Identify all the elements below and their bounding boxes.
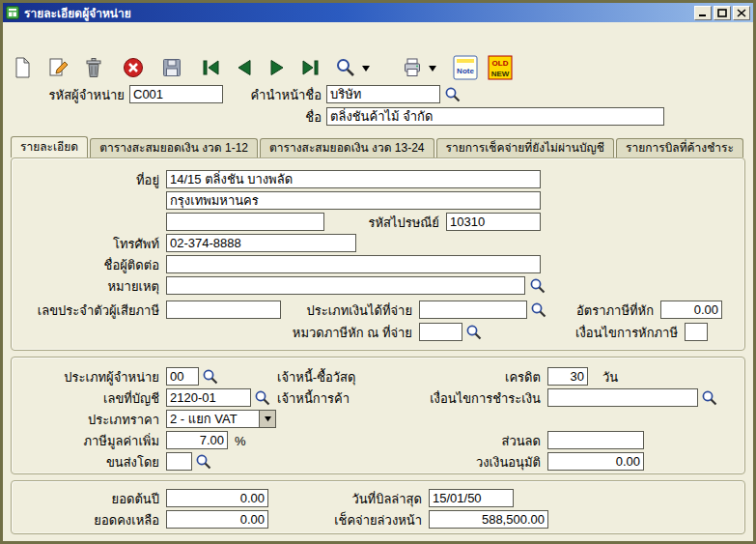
old-new-button[interactable]: OLD NEW	[487, 54, 514, 81]
maximize-button[interactable]	[714, 6, 731, 20]
supplier-type-description: เจ้าหนี้-ซื้อวัสดุ	[277, 368, 355, 387]
account-no-lookup-icon[interactable]	[254, 389, 271, 407]
name-prefix-input[interactable]	[326, 85, 440, 103]
delete-button[interactable]	[80, 54, 107, 81]
contact-person-label: ชื่อผู้ติดต่อ	[104, 256, 159, 274]
transport-lookup-icon[interactable]	[195, 453, 212, 471]
price-type-select[interactable]: 2 - แยก VAT	[166, 410, 276, 428]
remaining-balance-input[interactable]	[166, 510, 268, 529]
phone-input[interactable]	[166, 234, 356, 252]
vat-rate-input[interactable]	[166, 431, 228, 449]
income-type-input[interactable]	[419, 301, 527, 319]
search-dropdown-arrow[interactable]	[361, 65, 371, 72]
cancel-button[interactable]	[120, 54, 147, 81]
app-icon	[6, 6, 19, 19]
edit-button[interactable]	[44, 54, 71, 81]
account-no-input[interactable]	[166, 388, 251, 407]
advance-cheque-input[interactable]	[429, 510, 548, 529]
income-type-label: ประเภทเงินได้ที่จ่าย	[306, 301, 412, 320]
search-button[interactable]	[332, 54, 359, 81]
old-new-icon: OLD NEW	[488, 55, 513, 80]
price-type-dropdown-button[interactable]	[259, 411, 275, 427]
next-record-icon	[266, 56, 289, 79]
contact-person-input[interactable]	[166, 255, 541, 273]
previous-record-button[interactable]	[231, 54, 258, 81]
last-record-icon	[298, 56, 322, 79]
transport-label: ขนส่งโดย	[106, 453, 159, 472]
tab-strip: รายละเอียด ตารางสะสมยอดเงิน งวด 1-12 ตาร…	[11, 136, 745, 157]
tab-balance-13-24[interactable]: ตารางสะสมยอดเงิน งวด 13-24	[260, 138, 434, 157]
svg-text:NEW: NEW	[491, 70, 510, 78]
postal-code-label: รหัสไปรษณีย์	[368, 214, 439, 232]
remark-lookup-icon[interactable]	[529, 277, 546, 295]
payment-terms-lookup-icon[interactable]	[701, 389, 718, 407]
last-record-button[interactable]	[296, 54, 323, 81]
discount-input[interactable]	[547, 431, 644, 449]
wht-condition-input[interactable]	[685, 323, 708, 341]
print-button[interactable]	[399, 54, 426, 81]
new-button[interactable]	[9, 54, 36, 81]
income-type-lookup-icon[interactable]	[530, 301, 547, 319]
name-prefix-label: คำนำหน้าชื่อ	[250, 86, 322, 104]
supplier-name-label: ชื่อ	[305, 108, 322, 127]
wht-rate-input[interactable]	[660, 301, 722, 319]
price-type-label: ประเภทราคา	[88, 411, 159, 429]
print-icon	[401, 56, 424, 79]
next-record-button[interactable]	[264, 54, 291, 81]
search-icon	[334, 56, 357, 79]
close-button[interactable]	[733, 6, 750, 20]
postal-code-input[interactable]	[446, 213, 541, 231]
details-panel: ที่อยู่ รหัสไปรษณีย์ โทรศัพท์ ชื่อผู้ติด…	[11, 157, 745, 351]
note-button[interactable]: Note	[452, 54, 479, 81]
title-bar: รายละเอียดผู้จำหน่าย	[3, 3, 753, 22]
first-record-button[interactable]	[198, 54, 225, 81]
supplier-type-input[interactable]	[166, 367, 199, 386]
save-icon	[160, 56, 183, 79]
address-line3-input[interactable]	[166, 213, 324, 231]
new-icon	[11, 56, 34, 79]
previous-record-icon	[233, 56, 256, 79]
wht-category-lookup-icon[interactable]	[465, 324, 483, 341]
note-icon: Note	[453, 55, 478, 80]
begin-balance-label: ยอดต้นปี	[112, 490, 159, 508]
supplier-code-label: รหัสผู้จำหน่าย	[49, 86, 125, 104]
supplier-name-input[interactable]	[326, 107, 664, 126]
minimize-icon	[698, 9, 708, 17]
supplier-type-label: ประเภทผู้จำหน่าย	[64, 368, 159, 387]
account-panel: ประเภทผู้จำหน่าย เจ้าหนี้-ซื้อวัสดุ เครด…	[11, 357, 745, 474]
begin-balance-input[interactable]	[166, 489, 268, 507]
chevron-down-icon	[264, 415, 272, 422]
tab-outstanding-bills[interactable]: รายการบิลที่ค้างชำระ	[616, 138, 743, 157]
tax-id-label: เลขประจำตัวผู้เสียภาษี	[38, 301, 159, 320]
credit-days-input[interactable]	[547, 367, 588, 386]
tab-uncleared-cheques[interactable]: รายการเช็คจ่ายที่ยังไม่ผ่านบัญชี	[436, 138, 614, 157]
wht-category-input[interactable]	[419, 323, 462, 341]
close-icon	[737, 9, 746, 17]
phone-label: โทรศัพท์	[113, 235, 159, 253]
supplier-type-lookup-icon[interactable]	[202, 368, 219, 386]
remark-input[interactable]	[166, 276, 525, 295]
trash-icon	[82, 56, 105, 79]
address-line2-input[interactable]	[166, 191, 541, 210]
address-line1-input[interactable]	[166, 170, 541, 188]
remaining-balance-label: ยอดคงเหลือ	[94, 511, 159, 530]
payment-terms-label: เงื่อนไขการชำระเงิน	[430, 389, 541, 408]
minimize-button[interactable]	[694, 6, 712, 20]
account-no-label: เลขที่บัญชี	[103, 389, 159, 408]
vat-label: ภาษีมูลค่าเพิ่ม	[83, 432, 159, 450]
save-button[interactable]	[158, 54, 185, 81]
tab-balance-1-12[interactable]: ตารางสะสมยอดเงิน งวด 1-12	[90, 138, 258, 157]
supplier-code-input[interactable]	[129, 85, 223, 103]
price-type-value: 2 - แยก VAT	[167, 411, 259, 427]
prefix-lookup-icon[interactable]	[444, 86, 462, 103]
tab-details[interactable]: รายละเอียด	[11, 136, 88, 157]
credit-label: เครดิต	[505, 368, 541, 387]
transport-input[interactable]	[166, 452, 192, 471]
tax-id-input[interactable]	[166, 301, 281, 319]
payment-terms-input[interactable]	[547, 388, 698, 407]
print-dropdown-arrow[interactable]	[428, 65, 437, 72]
credit-limit-input[interactable]	[547, 452, 644, 471]
wht-rate-label: อัตราภาษีที่หัก	[576, 301, 654, 320]
last-bill-date-input[interactable]	[429, 489, 514, 507]
credit-limit-label: วงเงินอนุมัติ	[476, 453, 541, 472]
